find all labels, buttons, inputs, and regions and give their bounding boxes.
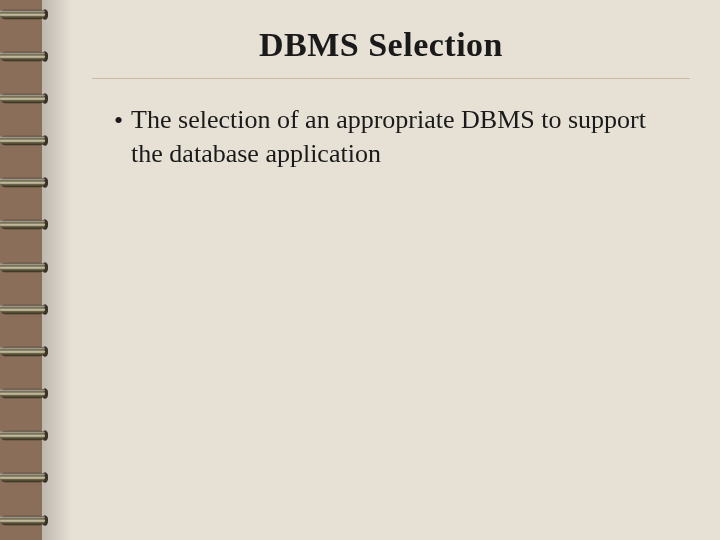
binder-ring-icon bbox=[0, 301, 48, 318]
binder-rings bbox=[0, 0, 48, 540]
svg-rect-26 bbox=[0, 347, 45, 348]
slide-content: • The selection of an appropriate DBMS t… bbox=[42, 79, 720, 171]
svg-rect-38 bbox=[0, 516, 45, 517]
binder-ring-icon bbox=[0, 259, 48, 276]
binder-ring-icon bbox=[0, 132, 48, 149]
binder-ring-icon bbox=[0, 427, 48, 444]
binder-ring-icon bbox=[0, 48, 48, 65]
svg-rect-5 bbox=[0, 52, 45, 53]
binder-ring-icon bbox=[0, 90, 48, 107]
svg-rect-20 bbox=[0, 263, 45, 264]
svg-rect-11 bbox=[0, 137, 45, 138]
binder-ring-icon bbox=[0, 385, 48, 402]
svg-rect-23 bbox=[0, 305, 45, 306]
svg-rect-8 bbox=[0, 94, 45, 95]
svg-rect-35 bbox=[0, 474, 45, 475]
binder-ring-icon bbox=[0, 512, 48, 529]
bullet-text: The selection of an appropriate DBMS to … bbox=[131, 103, 660, 171]
bullet-icon: • bbox=[114, 103, 123, 137]
list-item: • The selection of an appropriate DBMS t… bbox=[114, 103, 660, 171]
binder-ring-icon bbox=[0, 469, 48, 486]
binder-ring-icon bbox=[0, 174, 48, 191]
slide-title: DBMS Selection bbox=[42, 0, 720, 78]
svg-rect-14 bbox=[0, 179, 45, 180]
binder-ring-icon bbox=[0, 216, 48, 233]
slide-body: DBMS Selection • The selection of an app… bbox=[42, 0, 720, 540]
svg-rect-29 bbox=[0, 390, 45, 391]
svg-rect-17 bbox=[0, 221, 45, 222]
binder-ring-icon bbox=[0, 343, 48, 360]
binder-ring-icon bbox=[0, 6, 48, 23]
svg-rect-32 bbox=[0, 432, 45, 433]
svg-rect-2 bbox=[0, 10, 45, 11]
